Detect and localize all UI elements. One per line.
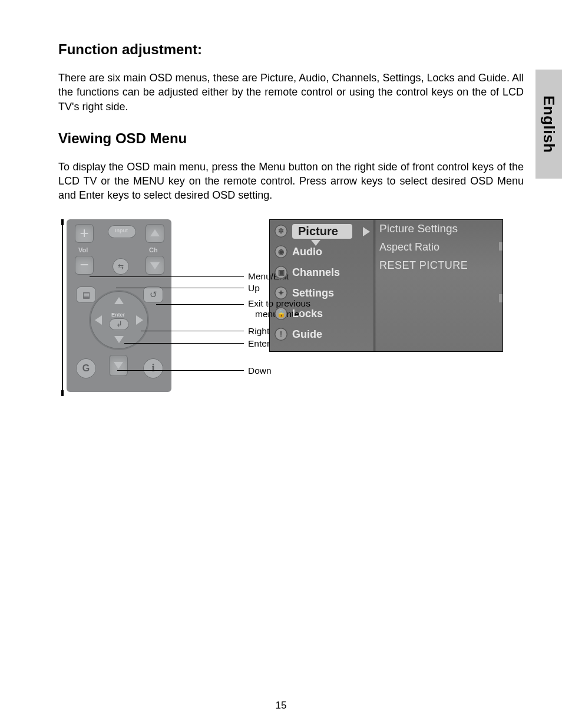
- scroll-notch: [499, 294, 503, 302]
- heading-viewing-osd: Viewing OSD Menu: [58, 130, 524, 147]
- menu-button: ▤: [76, 286, 96, 303]
- ch-label: Ch: [149, 246, 158, 253]
- vol-up-button: +: [75, 224, 94, 243]
- language-tab-label: English: [540, 95, 558, 153]
- dpad-left-icon: [95, 315, 102, 325]
- return-button: ↺: [143, 286, 163, 303]
- osd-item-audio: ◉ Audio: [270, 242, 373, 262]
- osd-guide-label: Guide: [292, 328, 322, 341]
- wrench-icon: ✦: [275, 286, 287, 299]
- osd-submenu: Picture Settings Aspect Ratio RESET PICT…: [373, 220, 503, 351]
- speaker-icon: ◉: [275, 245, 287, 258]
- vol-down-button: −: [75, 256, 94, 275]
- osd-audio-label: Audio: [292, 246, 322, 258]
- figure-edge-marker: [62, 219, 63, 396]
- dpad-enter-label: Enter: [111, 312, 125, 318]
- dpad-down-icon: [114, 336, 124, 343]
- osd-picture-label: Picture: [292, 224, 352, 239]
- input-label: Input: [115, 228, 128, 233]
- osd-item-locks: 🔒 Locks: [270, 304, 373, 324]
- osd-settings-label: Settings: [292, 287, 334, 299]
- down-button: [109, 355, 128, 376]
- remote-figure: + Input Vol Ch − ⇆ ▤ ↺ Enter: [58, 219, 259, 396]
- dpad-right-icon: [136, 315, 143, 325]
- osd-main-menu: ✲ Picture ◉ Audio ▣ Channels ✦ Settings: [270, 220, 373, 351]
- figures-row: + Input Vol Ch − ⇆ ▤ ↺ Enter: [58, 219, 524, 396]
- vol-label: Vol: [78, 246, 88, 253]
- info-icon: !: [275, 328, 287, 341]
- chevron-right-icon: [363, 227, 370, 236]
- osd-sub-aspect-ratio: Aspect Ratio: [373, 238, 503, 256]
- para-viewing-osd: To display the OSD main menu, press the …: [58, 160, 524, 203]
- osd-channels-label: Channels: [292, 266, 340, 279]
- info-button: i: [143, 358, 163, 378]
- dpad: Enter ↲: [90, 291, 148, 349]
- aspect-button: ⇆: [113, 258, 129, 275]
- heading-function-adjustment: Function adjustment:: [58, 41, 524, 58]
- callout-up: Up: [248, 283, 260, 294]
- tv-icon: ▣: [275, 266, 287, 279]
- scroll-notch: [499, 242, 503, 251]
- callouts: Menu/Exit Up Exit to previous menu/Enter…: [176, 219, 270, 396]
- osd-sub-reset-picture: RESET PICTURE: [373, 256, 503, 274]
- osd-item-guide: ! Guide: [270, 324, 373, 345]
- osd-item-settings: ✦ Settings: [270, 283, 373, 304]
- g-button: G: [76, 358, 96, 378]
- callout-down: Down: [248, 365, 272, 376]
- osd-item-picture: ✲ Picture: [270, 221, 373, 242]
- enter-button: ↲: [109, 318, 129, 330]
- callout-right: Right: [248, 326, 269, 337]
- osd-sub-picture-settings: Picture Settings: [373, 220, 503, 238]
- osd-item-channels: ▣ Channels: [270, 262, 373, 283]
- osd-menu-figure: ✲ Picture ◉ Audio ▣ Channels ✦ Settings: [269, 219, 503, 352]
- gear-icon: ✲: [275, 225, 287, 238]
- lock-icon: 🔒: [275, 307, 287, 320]
- page-content: Function adjustment: There are six main …: [58, 41, 524, 396]
- dpad-up-icon: [114, 297, 124, 304]
- remote-body: + Input Vol Ch − ⇆ ▤ ↺ Enter: [67, 219, 171, 392]
- page-number: 15: [0, 700, 562, 711]
- ch-down-button: [146, 256, 164, 275]
- osd-locks-label: Locks: [292, 308, 323, 320]
- ch-up-button: [146, 224, 164, 243]
- para-function-adjustment: There are six main OSD menus, these are …: [58, 71, 524, 114]
- callout-enter: Enter: [248, 338, 270, 349]
- language-tab: English: [535, 70, 562, 179]
